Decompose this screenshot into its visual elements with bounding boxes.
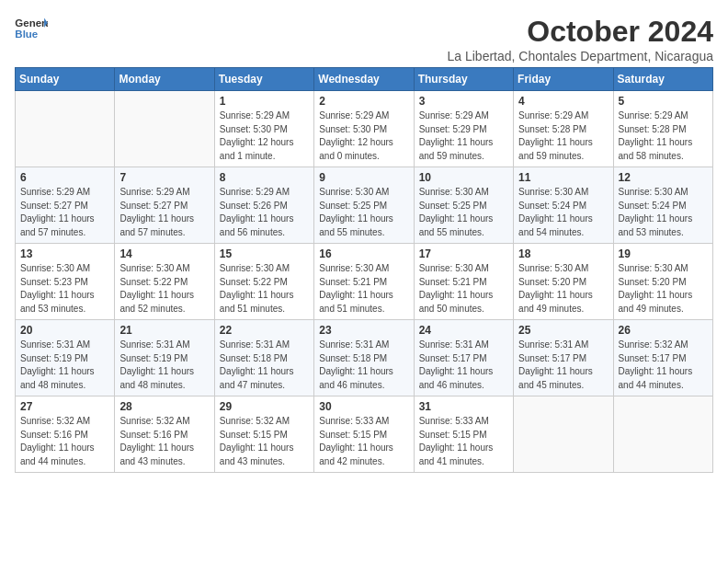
calendar-cell: 12Sunrise: 5:30 AMSunset: 5:24 PMDayligh… — [613, 167, 712, 244]
day-info: Sunrise: 5:30 AMSunset: 5:23 PMDaylight:… — [20, 262, 109, 316]
calendar-week-5: 27Sunrise: 5:32 AMSunset: 5:16 PMDayligh… — [16, 396, 713, 473]
day-info: Sunrise: 5:30 AMSunset: 5:24 PMDaylight:… — [518, 186, 608, 239]
calendar-week-3: 13Sunrise: 5:30 AMSunset: 5:23 PMDayligh… — [16, 244, 713, 320]
day-number: 23 — [319, 324, 408, 337]
calendar-cell: 16Sunrise: 5:30 AMSunset: 5:21 PMDayligh… — [314, 244, 414, 320]
logo-icon: General Blue — [15, 15, 48, 42]
day-number: 2 — [319, 95, 408, 108]
day-info: Sunrise: 5:32 AMSunset: 5:16 PMDaylight:… — [20, 415, 109, 468]
calendar-cell: 26Sunrise: 5:32 AMSunset: 5:17 PMDayligh… — [613, 320, 712, 396]
day-number: 27 — [20, 400, 109, 413]
calendar-cell: 22Sunrise: 5:31 AMSunset: 5:18 PMDayligh… — [214, 320, 313, 396]
calendar-cell: 29Sunrise: 5:32 AMSunset: 5:15 PMDayligh… — [214, 396, 313, 473]
logo: General Blue — [15, 15, 48, 42]
day-info: Sunrise: 5:31 AMSunset: 5:19 PMDaylight:… — [20, 339, 109, 392]
calendar-cell — [613, 396, 712, 473]
day-info: Sunrise: 5:32 AMSunset: 5:15 PMDaylight:… — [220, 415, 309, 468]
day-info: Sunrise: 5:30 AMSunset: 5:24 PMDaylight:… — [619, 186, 708, 239]
calendar-cell: 14Sunrise: 5:30 AMSunset: 5:22 PMDayligh… — [115, 244, 214, 320]
day-number: 20 — [20, 324, 109, 337]
day-info: Sunrise: 5:30 AMSunset: 5:22 PMDaylight:… — [119, 262, 209, 316]
calendar-cell: 24Sunrise: 5:31 AMSunset: 5:17 PMDayligh… — [414, 320, 513, 396]
day-number: 6 — [20, 171, 109, 184]
day-number: 14 — [119, 247, 209, 260]
day-number: 7 — [119, 171, 209, 184]
day-info: Sunrise: 5:33 AMSunset: 5:15 PMDaylight:… — [319, 415, 408, 468]
calendar-cell: 2Sunrise: 5:29 AMSunset: 5:30 PMDaylight… — [314, 91, 414, 167]
day-info: Sunrise: 5:29 AMSunset: 5:27 PMDaylight:… — [119, 186, 209, 239]
calendar-cell: 1Sunrise: 5:29 AMSunset: 5:30 PMDaylight… — [214, 91, 313, 167]
calendar-cell: 28Sunrise: 5:32 AMSunset: 5:16 PMDayligh… — [115, 396, 214, 473]
day-info: Sunrise: 5:32 AMSunset: 5:17 PMDaylight:… — [619, 339, 708, 392]
calendar-week-4: 20Sunrise: 5:31 AMSunset: 5:19 PMDayligh… — [16, 320, 713, 396]
weekday-header-saturday: Saturday — [613, 68, 712, 91]
svg-text:Blue: Blue — [15, 29, 38, 40]
day-info: Sunrise: 5:31 AMSunset: 5:19 PMDaylight:… — [119, 339, 209, 392]
calendar-cell: 3Sunrise: 5:29 AMSunset: 5:29 PMDaylight… — [414, 91, 513, 167]
day-number: 31 — [419, 400, 508, 413]
calendar-cell: 8Sunrise: 5:29 AMSunset: 5:26 PMDaylight… — [214, 167, 313, 244]
day-info: Sunrise: 5:30 AMSunset: 5:25 PMDaylight:… — [419, 186, 508, 239]
day-number: 18 — [518, 247, 608, 260]
day-number: 25 — [518, 324, 608, 337]
day-number: 28 — [119, 400, 209, 413]
calendar-cell: 21Sunrise: 5:31 AMSunset: 5:19 PMDayligh… — [115, 320, 214, 396]
calendar-week-1: 1Sunrise: 5:29 AMSunset: 5:30 PMDaylight… — [16, 91, 713, 167]
day-number: 30 — [319, 400, 408, 413]
day-info: Sunrise: 5:32 AMSunset: 5:16 PMDaylight:… — [119, 415, 209, 468]
calendar-cell: 17Sunrise: 5:30 AMSunset: 5:21 PMDayligh… — [414, 244, 513, 320]
day-number: 15 — [220, 247, 309, 260]
day-number: 5 — [619, 95, 708, 108]
calendar-cell: 15Sunrise: 5:30 AMSunset: 5:22 PMDayligh… — [214, 244, 313, 320]
calendar-cell: 9Sunrise: 5:30 AMSunset: 5:25 PMDaylight… — [314, 167, 414, 244]
day-number: 11 — [518, 171, 608, 184]
calendar-cell: 18Sunrise: 5:30 AMSunset: 5:20 PMDayligh… — [514, 244, 613, 320]
day-info: Sunrise: 5:30 AMSunset: 5:21 PMDaylight:… — [319, 262, 408, 316]
weekday-header-friday: Friday — [514, 68, 613, 91]
day-number: 24 — [419, 324, 508, 337]
page-header: General Blue October 2024 La Libertad, C… — [15, 15, 713, 63]
day-info: Sunrise: 5:30 AMSunset: 5:20 PMDaylight:… — [619, 262, 708, 316]
weekday-header-sunday: Sunday — [16, 68, 115, 91]
calendar-week-2: 6Sunrise: 5:29 AMSunset: 5:27 PMDaylight… — [16, 167, 713, 244]
day-info: Sunrise: 5:29 AMSunset: 5:29 PMDaylight:… — [419, 109, 508, 163]
day-number: 4 — [518, 95, 608, 108]
weekday-header-tuesday: Tuesday — [214, 68, 313, 91]
day-info: Sunrise: 5:30 AMSunset: 5:22 PMDaylight:… — [220, 262, 309, 316]
calendar-cell: 5Sunrise: 5:29 AMSunset: 5:28 PMDaylight… — [613, 91, 712, 167]
day-info: Sunrise: 5:30 AMSunset: 5:21 PMDaylight:… — [419, 262, 508, 316]
day-info: Sunrise: 5:31 AMSunset: 5:17 PMDaylight:… — [419, 339, 508, 392]
day-number: 9 — [319, 171, 408, 184]
day-number: 8 — [220, 171, 309, 184]
day-number: 1 — [220, 95, 309, 108]
calendar-cell: 11Sunrise: 5:30 AMSunset: 5:24 PMDayligh… — [514, 167, 613, 244]
calendar-cell: 7Sunrise: 5:29 AMSunset: 5:27 PMDaylight… — [115, 167, 214, 244]
calendar-cell: 31Sunrise: 5:33 AMSunset: 5:15 PMDayligh… — [414, 396, 513, 473]
day-number: 29 — [220, 400, 309, 413]
day-info: Sunrise: 5:31 AMSunset: 5:18 PMDaylight:… — [319, 339, 408, 392]
calendar-cell: 27Sunrise: 5:32 AMSunset: 5:16 PMDayligh… — [16, 396, 115, 473]
location-subtitle: La Libertad, Chontales Department, Nicar… — [447, 49, 713, 63]
day-number: 19 — [619, 247, 708, 260]
day-number: 17 — [419, 247, 508, 260]
day-number: 10 — [419, 171, 508, 184]
day-info: Sunrise: 5:29 AMSunset: 5:26 PMDaylight:… — [220, 186, 309, 239]
day-number: 16 — [319, 247, 408, 260]
day-number: 12 — [619, 171, 708, 184]
day-info: Sunrise: 5:33 AMSunset: 5:15 PMDaylight:… — [419, 415, 508, 468]
day-number: 26 — [619, 324, 708, 337]
weekday-header-row: SundayMondayTuesdayWednesdayThursdayFrid… — [16, 68, 713, 91]
calendar-cell: 19Sunrise: 5:30 AMSunset: 5:20 PMDayligh… — [613, 244, 712, 320]
calendar-cell: 13Sunrise: 5:30 AMSunset: 5:23 PMDayligh… — [16, 244, 115, 320]
weekday-header-thursday: Thursday — [414, 68, 513, 91]
calendar-cell: 10Sunrise: 5:30 AMSunset: 5:25 PMDayligh… — [414, 167, 513, 244]
calendar-cell — [115, 91, 214, 167]
day-number: 13 — [20, 247, 109, 260]
calendar-table: SundayMondayTuesdayWednesdayThursdayFrid… — [15, 67, 713, 473]
title-block: October 2024 La Libertad, Chontales Depa… — [447, 15, 713, 63]
day-info: Sunrise: 5:29 AMSunset: 5:28 PMDaylight:… — [619, 109, 708, 163]
day-number: 21 — [119, 324, 209, 337]
calendar-cell — [16, 91, 115, 167]
day-info: Sunrise: 5:31 AMSunset: 5:18 PMDaylight:… — [220, 339, 309, 392]
calendar-cell: 23Sunrise: 5:31 AMSunset: 5:18 PMDayligh… — [314, 320, 414, 396]
